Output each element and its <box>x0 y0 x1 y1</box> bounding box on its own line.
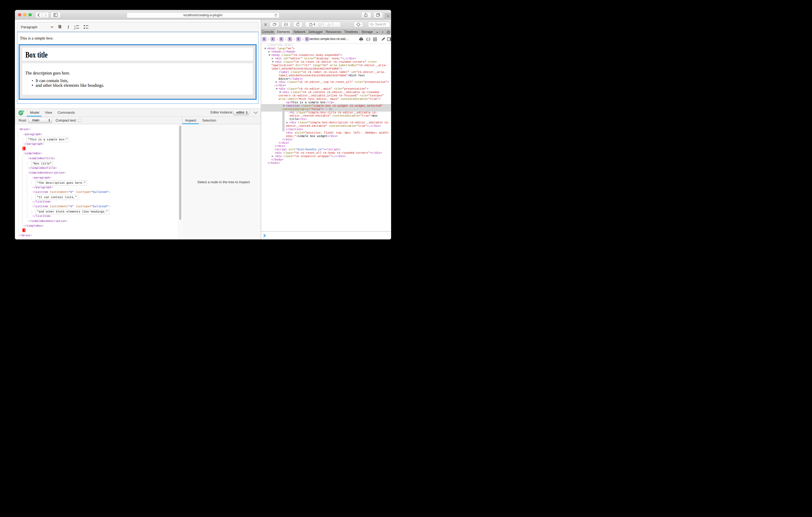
svg-text:5: 5 <box>23 111 24 112</box>
svg-text:1: 1 <box>74 25 76 27</box>
svg-text:2: 2 <box>74 27 76 30</box>
